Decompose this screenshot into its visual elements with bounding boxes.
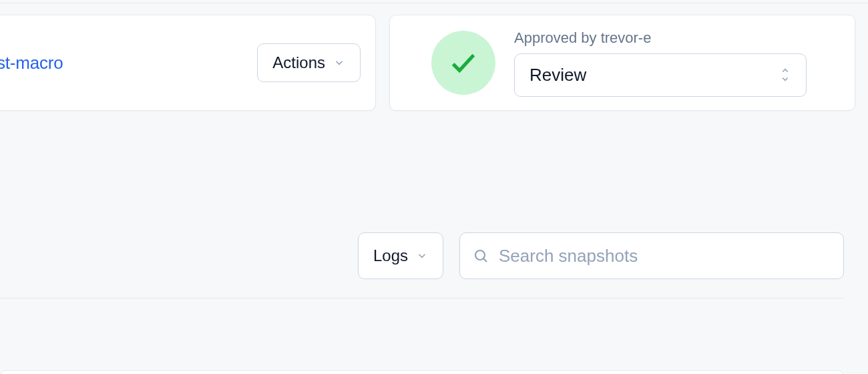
approval-column: Approved by trevor-e Review [514, 29, 835, 97]
toolbar-row: Logs [0, 232, 844, 279]
logs-button[interactable]: Logs [358, 232, 443, 279]
search-wrapper [459, 232, 844, 279]
chevron-updown-icon [779, 67, 791, 83]
review-select[interactable]: Review [514, 53, 807, 97]
chevron-down-icon [416, 250, 428, 262]
svg-point-0 [475, 250, 485, 260]
review-select-value: Review [529, 65, 586, 85]
mid-divider [0, 298, 844, 299]
approval-status-text: Approved by trevor-e [514, 29, 835, 47]
macro-link[interactable]: st-macro [0, 53, 63, 73]
svg-line-1 [483, 258, 487, 262]
approval-card: Approved by trevor-e Review [389, 15, 855, 111]
header-card: st-macro Actions [0, 15, 376, 111]
chevron-down-icon [333, 57, 345, 69]
actions-button-label: Actions [272, 53, 325, 72]
search-input[interactable] [459, 232, 844, 279]
cards-row: st-macro Actions Approved by trevor-e Re… [0, 15, 868, 111]
logs-button-label: Logs [373, 246, 408, 265]
actions-button[interactable]: Actions [257, 43, 361, 82]
search-icon [473, 248, 489, 264]
bottom-panel [0, 370, 844, 374]
approval-badge [431, 31, 495, 95]
check-icon [448, 47, 479, 78]
top-divider [0, 3, 868, 3]
